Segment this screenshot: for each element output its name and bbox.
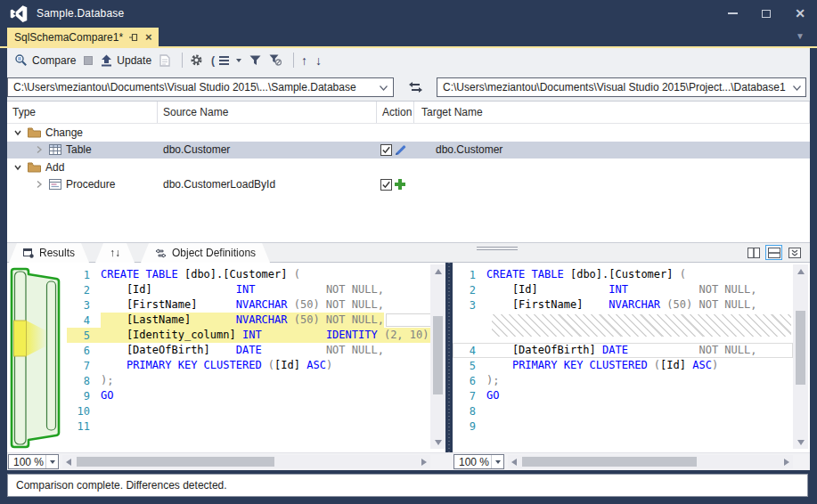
action-checkbox[interactable] — [380, 144, 392, 156]
table-row[interactable]: Tabledbo.Customerdbo.Customer — [7, 142, 810, 159]
minimize-button[interactable] — [715, 0, 749, 27]
code-text: [FirstName] NVARCHAR (50) NOT NULL, — [486, 297, 756, 313]
titlebar[interactable]: Sample.Database ✕ — [0, 0, 817, 27]
previous-difference-button[interactable]: ↑ — [301, 53, 307, 68]
object-definitions-pane: 1CREATE TABLE [dbo].[Customer] (2 [Id] I… — [7, 263, 810, 470]
expander-expanded-icon[interactable] — [12, 162, 23, 173]
code-text: [FirstName] NVARCHAR (50) NOT NULL, — [101, 297, 384, 313]
generate-script-button[interactable] — [159, 54, 170, 67]
line-number: 9 — [453, 420, 476, 433]
tab-list-dropdown-icon[interactable]: ▼ — [796, 31, 805, 41]
code-text: GO — [486, 388, 499, 403]
column-header-type[interactable]: Type — [7, 102, 158, 123]
grid-rows: ChangeTabledbo.Customerdbo.CustomerAddPr… — [7, 124, 810, 193]
action-checkbox[interactable] — [380, 179, 392, 191]
scroll-up-icon[interactable] — [435, 269, 442, 274]
tab-sort[interactable]: ↑↓ — [95, 243, 135, 263]
stop-button[interactable] — [84, 56, 93, 65]
source-name-cell — [158, 159, 377, 176]
source-code-editor[interactable]: 1CREATE TABLE [dbo].[Customer] (2 [Id] I… — [67, 263, 430, 452]
update-arrow-icon — [101, 54, 112, 67]
target-zoom-dropdown[interactable]: 100 % — [453, 454, 504, 469]
expander-expanded-icon[interactable] — [12, 127, 23, 138]
expander-collapsed-icon[interactable] — [34, 179, 45, 190]
stop-icon — [84, 56, 93, 65]
code-text: PRIMARY KEY CLUSTERED ([Id] ASC) — [101, 358, 332, 373]
line-number: 8 — [67, 375, 90, 387]
options-button[interactable] — [190, 53, 203, 67]
collapse-pane-button[interactable] — [786, 245, 803, 260]
action-cell — [377, 159, 414, 176]
filter-button[interactable] — [249, 55, 261, 66]
target-name-cell — [414, 176, 810, 194]
code-text: [LastName] NVARCHAR (50) NOT NULL, — [101, 313, 384, 328]
scrollbar-thumb[interactable] — [796, 311, 805, 385]
code-line: 3 [FirstName] NVARCHAR (50) NOT NULL, — [453, 297, 793, 313]
grid-header: Type Source Name Action Target Name — [7, 102, 810, 124]
maximize-button[interactable] — [749, 0, 783, 27]
column-header-action[interactable]: Action — [377, 102, 414, 123]
scroll-right-icon[interactable] — [784, 459, 789, 466]
source-horizontal-scrollbar[interactable] — [62, 455, 430, 468]
column-header-target-name[interactable]: Target Name — [414, 102, 810, 123]
code-text: GO — [101, 388, 113, 403]
clear-filter-button[interactable] — [269, 54, 282, 66]
group-results-button[interactable]: ( — [211, 54, 241, 67]
command-area: Compare Update — [7, 48, 810, 102]
code-text: CREATE TABLE [dbo].[Customer] ( — [486, 267, 686, 282]
target-horizontal-scrollbar[interactable] — [508, 455, 793, 468]
source-vertical-scrollbar[interactable] — [430, 264, 445, 449]
type-label: Table — [66, 143, 92, 156]
target-database-dropdown[interactable]: C:\Users\meziantou\Documents\Visual Stud… — [437, 77, 806, 97]
scroll-left-icon[interactable] — [511, 459, 517, 466]
expander-collapsed-icon[interactable] — [34, 144, 45, 155]
scroll-up-icon[interactable] — [797, 269, 805, 274]
code-line: 5 [Identity_column] INT IDENTITY (2, 10) — [67, 328, 430, 343]
tab-object-definitions[interactable]: Object Definitions — [141, 243, 270, 263]
source-zoom-dropdown[interactable]: 100 % — [8, 454, 59, 469]
status-message: Comparison complete. Differences detecte… — [16, 479, 227, 492]
add-plus-icon — [395, 179, 405, 190]
code-text: [Identity_column] INT IDENTITY (2, 10) — [101, 328, 429, 343]
document-tab-strip: SqlSchemaCompare1* × ▼ — [7, 27, 810, 48]
type-cell: Table — [7, 142, 158, 159]
tab-results[interactable]: Results — [9, 243, 89, 263]
line-number: 3 — [453, 299, 476, 312]
scroll-down-icon[interactable] — [435, 440, 442, 445]
scrollbar-thumb[interactable] — [433, 316, 443, 394]
compare-button[interactable]: Compare — [14, 53, 76, 67]
horizontal-split-button[interactable] — [765, 245, 782, 260]
source-zoom-value: 100 % — [13, 456, 44, 468]
splitter-grip[interactable] — [477, 247, 518, 252]
document-tab[interactable]: SqlSchemaCompare1* × — [7, 28, 159, 46]
code-line: 7GO — [453, 388, 793, 403]
diff-overview-map[interactable] — [7, 263, 67, 452]
next-difference-button[interactable]: ↓ — [315, 53, 322, 68]
source-database-dropdown[interactable]: C:\Users\meziantou\Documents\Visual Stud… — [7, 77, 394, 97]
code-text: [Id] INT NOT NULL, — [101, 282, 384, 297]
close-tab-icon[interactable]: × — [145, 33, 152, 42]
table-row[interactable]: Change — [7, 124, 810, 142]
update-button[interactable]: Update — [101, 54, 151, 67]
scroll-right-icon[interactable] — [421, 459, 427, 466]
editor-splitter[interactable] — [445, 263, 453, 470]
column-header-source-name[interactable]: Source Name — [158, 102, 377, 123]
action-cell — [377, 176, 414, 194]
scroll-down-icon[interactable] — [797, 440, 805, 445]
code-line: 11 — [67, 419, 430, 434]
close-button[interactable]: ✕ — [783, 0, 817, 27]
scrollbar-thumb[interactable] — [522, 457, 697, 467]
toolbar-separator — [182, 53, 183, 68]
vertical-split-button[interactable] — [745, 245, 762, 260]
scrollbar-thumb[interactable] — [77, 457, 274, 467]
code-line: 10 — [67, 403, 430, 419]
line-number: 6 — [453, 375, 476, 387]
table-row[interactable]: Add — [7, 159, 810, 176]
code-line: 2 [Id] INT NOT NULL, — [67, 282, 430, 297]
target-vertical-scrollbar[interactable] — [793, 264, 808, 449]
table-row[interactable]: Proceduredbo.CustomerLoadById — [7, 176, 810, 194]
scroll-left-icon[interactable] — [66, 459, 71, 466]
pin-icon[interactable] — [129, 33, 139, 42]
swap-source-target-icon[interactable] — [409, 82, 422, 93]
target-code-editor[interactable]: 1CREATE TABLE [dbo].[Customer] (2 [Id] I… — [453, 263, 793, 452]
